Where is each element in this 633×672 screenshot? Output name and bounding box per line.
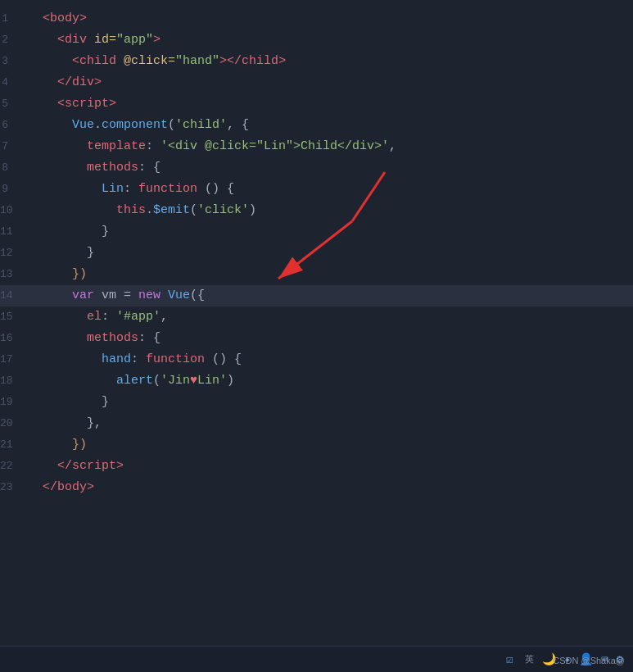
code-token: 'click' — [197, 203, 249, 217]
line-number: 1 — [0, 11, 25, 28]
code-token: "app" — [116, 33, 153, 47]
code-token: > — [116, 459, 124, 473]
code-token: > — [79, 11, 87, 25]
code-token: }) — [72, 267, 87, 281]
code-token — [28, 118, 72, 132]
code-token: : { — [138, 161, 161, 175]
line-number: 9 — [0, 181, 25, 198]
code-token: </ — [227, 54, 242, 68]
line-number: 18 — [0, 373, 25, 390]
code-line: 15 el: '#app', — [0, 306, 633, 328]
code-token: Vue — [168, 288, 190, 302]
code-token: : — [124, 182, 138, 196]
line-number: 20 — [0, 415, 25, 433]
code-token — [87, 33, 94, 47]
code-line: 7 template: '<div @click="Lin">Child</di… — [0, 136, 633, 157]
code-line: 4 </div> — [0, 72, 633, 93]
line-code: <body> — [25, 9, 633, 29]
code-line: 3 <child @click="hand"></child> — [0, 51, 633, 72]
code-token: () { — [205, 352, 242, 366]
lang-text: 英 — [525, 653, 534, 665]
code-token: Vue — [72, 118, 94, 132]
code-token: > — [219, 54, 227, 68]
code-token: methods — [87, 331, 138, 345]
code-line: 11 } — [0, 221, 633, 243]
line-code: } — [25, 393, 633, 412]
code-line: 12 } — [0, 243, 633, 264]
code-token: vm = — [94, 288, 138, 302]
line-code: <div id="app"> — [25, 30, 633, 50]
line-number: 17 — [0, 352, 25, 369]
code-token: < — [28, 54, 79, 68]
code-line: 5 <script> — [0, 93, 633, 115]
code-line: 9 Lin: function () { — [0, 179, 633, 200]
line-code: hand: function () { — [25, 350, 633, 370]
code-token: $emit — [153, 203, 190, 217]
line-number: 16 — [0, 330, 25, 347]
code-token: : — [131, 352, 146, 366]
code-token: , — [389, 139, 396, 153]
code-token: : — [146, 139, 161, 153]
code-token: this — [116, 203, 146, 217]
code-token: : — [102, 310, 116, 324]
code-token — [28, 182, 102, 196]
line-code: </script> — [25, 456, 633, 476]
code-token — [28, 395, 102, 409]
code-token: ( — [190, 203, 197, 217]
code-token: '<div @click="Lin">Child</div>' — [161, 139, 389, 153]
code-token: </ — [28, 480, 57, 494]
code-token: : { — [138, 331, 161, 345]
code-token: ( — [168, 118, 175, 132]
line-code: </body> — [25, 478, 633, 497]
code-token: 'child' — [175, 118, 227, 132]
code-token: Lin — [102, 182, 124, 196]
csdn-watermark: CSDN @Shaka@ — [553, 656, 625, 665]
code-token — [28, 203, 116, 217]
line-code: var vm = new Vue({ — [25, 286, 633, 306]
code-line: 13 }) — [0, 264, 633, 285]
code-token: function — [138, 182, 197, 196]
code-token: > — [87, 480, 94, 494]
line-number: 10 — [0, 202, 25, 220]
line-number: 6 — [0, 117, 25, 134]
code-line: 21 }) — [0, 434, 633, 456]
code-token: </ — [28, 75, 72, 89]
line-code: methods: { — [25, 329, 633, 348]
code-line: 18 alert('Jin♥Lin') — [0, 370, 633, 392]
line-code: Vue.component('child', { — [25, 116, 633, 135]
code-token: div — [72, 75, 94, 89]
code-line: 16 methods: { — [0, 328, 633, 349]
line-number: 23 — [0, 479, 25, 497]
code-token: > — [94, 75, 102, 89]
line-number: 5 — [0, 96, 25, 113]
code-token — [28, 225, 102, 238]
code-line: 6 Vue.component('child', { — [0, 115, 633, 136]
code-token — [116, 54, 124, 68]
code-token — [28, 139, 87, 153]
code-token — [28, 438, 72, 452]
code-token: function — [146, 352, 205, 366]
code-token: script — [65, 97, 109, 111]
code-token — [28, 416, 87, 430]
code-token: ({ — [190, 288, 205, 302]
code-token: ( — [153, 374, 161, 388]
code-token — [28, 288, 72, 302]
code-token: id= — [94, 33, 116, 47]
checkbox-icon[interactable]: ☑ — [506, 652, 513, 666]
code-token: . — [146, 203, 153, 217]
code-token: ♥ — [190, 374, 197, 388]
code-token: ) — [249, 203, 256, 217]
code-token: @click= — [124, 54, 175, 68]
code-token: alert — [116, 374, 153, 388]
code-token: 'Jin — [161, 374, 190, 388]
code-token — [28, 267, 72, 281]
line-code: <script> — [25, 94, 633, 114]
line-code: el: '#app', — [25, 307, 633, 327]
code-token: . — [94, 118, 102, 132]
code-token: < — [28, 97, 65, 111]
line-number: 2 — [0, 32, 25, 49]
code-token: component — [102, 118, 168, 132]
code-token: > — [109, 97, 116, 111]
code-token: body — [50, 11, 79, 25]
code-token: child — [242, 54, 278, 68]
